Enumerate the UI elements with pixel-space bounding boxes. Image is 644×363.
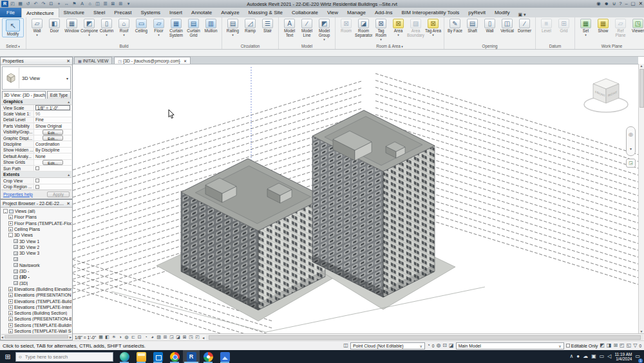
view-tab-3d-jtauchus-pmcorp-com[interactable]: ◳{3D - jtauchus@pmcorp.com}✕ [114,57,191,64]
tool-curtain-system[interactable]: ▦Curtain System [167,18,185,38]
group-label-select[interactable]: Select [2,43,24,49]
photos-icon[interactable] [220,352,230,362]
expand-icon[interactable] [8,299,13,304]
tool-curtain-grid[interactable]: ▤Curtain Grid [185,18,202,38]
tool-stair[interactable]: ☰Stair [259,18,276,34]
color-wheel-icon[interactable] [204,352,213,362]
tree-item-floor-plans[interactable]: Floor Plans [1,214,71,220]
ribbon-tab-structure[interactable]: Structure [59,8,89,17]
tree-item-3d-views[interactable]: 3D Views [1,232,71,238]
drawing-area[interactable]: FRONT RIGHT ◎ ▾ ◲ [73,64,638,333]
display-tray-icon[interactable]: ▭ [600,350,605,363]
expand-icon[interactable] [8,293,13,297]
app-slot-chrome-icon[interactable] [166,350,183,363]
reveal-constraints-icon[interactable]: ⊠ [182,334,187,340]
expand-icon[interactable] [8,323,13,328]
save-orientation-icon[interactable]: ◳ [188,334,194,340]
store-icon[interactable] [153,352,163,362]
expand-icon[interactable] [8,287,13,291]
tool-viewer[interactable]: ◳Viewer [629,18,644,34]
tool-wall[interactable]: ▱Wall [28,18,46,36]
onedrive-icon[interactable]: ☁ [583,350,588,363]
minimize-icon[interactable]: – [625,1,627,7]
scroll-left-icon[interactable]: ◂ [200,335,206,340]
view-scale-control[interactable]: 1/8" = 1'-0" [73,335,98,340]
revit-taskbar-icon[interactable]: R [187,352,196,362]
reload-latest-icon[interactable]: ⊡ [442,342,447,349]
worksharing-display-status-icon[interactable]: ◍ [436,342,440,349]
update-tray-icon[interactable]: ▣ [591,350,596,363]
tool-shaft[interactable]: ▤Shaft [464,18,481,34]
rendering-dialog-icon[interactable]: ◍ [124,334,129,340]
tool-mullion[interactable]: ▥Mullion [202,18,220,34]
tool-by-face[interactable]: ✎By Face [446,18,464,34]
tool-area[interactable]: ⊠Area [390,18,407,36]
tag-by-category-icon[interactable]: ⚑ [71,1,78,7]
view-cube[interactable]: FRONT RIGHT [582,74,630,116]
expand-icon[interactable] [8,215,13,219]
navigation-bar[interactable]: ◎ ▾ [626,126,636,156]
tool-window[interactable]: ▦Window [63,18,80,34]
visual-style-icon[interactable]: ◧ [104,334,110,340]
tool-tag-area[interactable]: ⊠Tag Area [424,18,442,36]
search-input[interactable] [24,353,101,360]
close-icon[interactable]: ✕ [65,201,70,206]
notifications-icon[interactable]: ▭1 [635,350,640,363]
zoom-tool-icon[interactable]: ◲ [626,159,636,168]
editable-elements-icon[interactable]: ◔ [427,342,430,349]
expand-icon[interactable] [8,329,13,333]
view-tab-inital-view[interactable]: ▦INITAL VIEW [74,57,112,64]
tool-railing[interactable]: ▤Railing [224,18,242,36]
tool-room-separator[interactable]: ◪Room Separator [355,18,372,38]
temporary-hide-isolate-icon[interactable]: ◔ [143,334,149,340]
section-graphics[interactable]: Graphics [1,99,71,105]
file-explorer-icon[interactable] [137,352,146,362]
text-icon[interactable]: A [79,1,86,7]
tree-item-ceiling-plans[interactable]: Ceiling Plans [1,226,71,232]
signin-user-icon[interactable]: ☻ [604,1,609,7]
property-checkbox[interactable] [35,179,39,182]
tool-modify[interactable]: ↖Modify [2,18,24,37]
tree-item-elevations-building-elevation[interactable]: Elevations (Building Elevation [1,286,71,292]
worksets-icon[interactable]: ◫ [343,342,348,349]
aligned-dimension-icon[interactable]: ↔ [63,1,70,7]
section-extents[interactable]: Extents [1,172,71,178]
ribbon-tab-bim-interoperability-tools[interactable]: BIM Interoperability Tools [397,8,464,17]
app-slot-color-wheel-icon[interactable] [200,350,216,363]
tree-item-naviswork[interactable]: Naviswork [1,262,71,268]
ribbon-tab-modify[interactable]: Modify [490,8,515,17]
group-label-room-area[interactable]: Room & Area [337,43,442,49]
thin-lines-icon[interactable]: ☰ [102,1,109,7]
shadows-icon[interactable]: ◑ [117,334,123,340]
properties-help-link[interactable]: Properties help [3,192,33,197]
help-icon[interactable]: ? [619,1,621,7]
open-icon[interactable]: ◰ [9,1,16,7]
edit-button[interactable]: Edit... [43,130,63,135]
active-workset-select[interactable]: Point Cloud (Not Editable) [350,342,425,349]
tool-model-line[interactable]: ∕Model Line [298,18,316,38]
tree-item-sections-presentation-bui[interactable]: Sections (PRESENTATION-Bui [1,316,71,322]
taskbar-search[interactable]: ○ [15,352,113,362]
app-slot-revit-taskbar-icon[interactable]: R [183,350,200,363]
property-checkbox[interactable] [35,185,39,189]
tool-vertical[interactable]: ◫Vertical [498,18,516,34]
tree-item-views-all[interactable]: Views (all) [1,208,71,214]
sun-path-icon[interactable]: ☀ [111,334,117,340]
property-value[interactable]: None [34,153,71,159]
scroll-up-icon[interactable]: ▲ [640,64,643,68]
select-by-face-icon[interactable]: ◰ [620,342,625,349]
collapse-icon[interactable] [8,233,13,237]
ribbon-tab-manage[interactable]: Manage [343,8,370,17]
ribbon-tab-systems[interactable]: Systems [136,8,165,17]
tree-item-3d-view-3[interactable]: 3D View 3 [1,250,71,256]
start-button[interactable]: ⊞ [0,350,15,363]
tree-horizontal-scrollbar[interactable]: ◂ ▸ [1,334,71,339]
default-3d-view-icon[interactable]: ⌂ [86,1,93,7]
tray-chevron-icon[interactable]: ∧ [569,350,573,363]
revit-app-icon[interactable]: R [1,1,8,7]
restore-icon[interactable]: ▢ [631,1,636,7]
tool-wall[interactable]: ▯Wall [481,18,498,34]
sync-with-central-icon[interactable]: ↺ [24,1,32,7]
tree-item-3d[interactable]: {3D - [1,274,71,280]
temporary-view-properties-icon[interactable]: ▨ [156,334,162,340]
